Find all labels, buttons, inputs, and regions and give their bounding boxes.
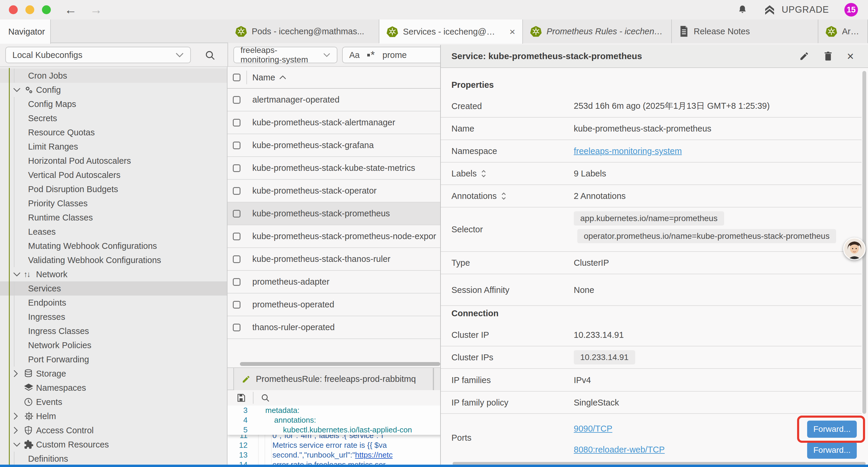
delete-icon[interactable] (824, 51, 833, 61)
chevron-right-icon[interactable] (13, 427, 18, 434)
editor-tab[interactable]: PrometheusRule: freeleaps-prod-rabbitmq (234, 368, 433, 390)
match-case-icon[interactable]: Aa (349, 50, 360, 60)
sidebar-item-network-policies[interactable]: Network Policies (0, 338, 227, 352)
sidebar-item-horizontal-pod-autoscalers[interactable]: Horizontal Pod Autoscalers (0, 154, 227, 168)
forward-button[interactable]: Forward... (807, 442, 857, 459)
namespace-link[interactable]: freeleaps-monitoring-system (574, 146, 682, 156)
sidebar-item-storage[interactable]: Storage (0, 367, 227, 381)
search-input[interactable]: Aa * prome (342, 47, 448, 63)
sort-ascending-icon[interactable] (279, 75, 286, 80)
property-label: IP families (452, 375, 491, 385)
upgrade-button[interactable]: UPGRADE (763, 4, 829, 16)
close-window-button[interactable] (9, 5, 18, 14)
chevron-down-icon[interactable] (13, 442, 21, 447)
sort-icon[interactable] (481, 169, 487, 178)
sidebar-item-ingresses[interactable]: Ingresses (0, 310, 227, 324)
sidebar-item-vertical-pod-autoscalers[interactable]: Vertical Pod Autoscalers (0, 168, 227, 182)
sidebar-item-limit-ranges[interactable]: Limit Ranges (0, 140, 227, 154)
sidebar-item-pod-disruption-budgets[interactable]: Pod Disruption Budgets (0, 182, 227, 196)
maximize-window-button[interactable] (42, 5, 51, 14)
select-all-checkbox[interactable] (233, 74, 241, 81)
forward-arrow-icon[interactable]: → (90, 4, 102, 16)
sidebar-item-definitions[interactable]: Definitions (0, 451, 227, 466)
sidebar-item-priority-classes[interactable]: Priority Classes (0, 196, 227, 210)
kubernetes-icon (530, 25, 542, 37)
sidebar-item-config[interactable]: Config (0, 83, 227, 97)
row-checkbox[interactable] (233, 96, 241, 104)
tab-release-notes[interactable]: Release Notes (672, 20, 818, 43)
chevron-right-icon[interactable] (13, 370, 18, 377)
back-arrow-icon[interactable]: ← (64, 4, 77, 16)
upgrade-chevrons-icon (763, 4, 776, 16)
service-name: alertmanager-operated (252, 95, 339, 105)
kubeconfig-selector[interactable]: Local Kubeconfigs (5, 47, 191, 63)
tab-pods-icecheng-mathmas[interactable]: Pods - icecheng@mathmas... (228, 20, 379, 43)
clock-icon (24, 397, 33, 407)
namespace-filter-selector[interactable]: freeleaps-monitoring-system (234, 47, 337, 63)
avatar[interactable] (843, 238, 866, 260)
row-checkbox[interactable] (233, 324, 241, 331)
gears-icon (24, 85, 34, 95)
sidebar-item-secrets[interactable]: Secrets (0, 111, 227, 125)
regex-icon[interactable]: * (367, 49, 375, 61)
sidebar-item-mutating-webhook-configurations[interactable]: Mutating Webhook Configurations (0, 239, 227, 253)
sidebar-item-custom-resources[interactable]: Custom Resources (0, 437, 227, 451)
bell-icon[interactable] (737, 4, 747, 15)
sidebar-item-validating-webhook-configurations[interactable]: Validating Webhook Configurations (0, 253, 227, 267)
sidebar-item-network[interactable]: ↑↓Network (0, 267, 227, 282)
line-text: Metrics service error rate is {{ $va (272, 441, 387, 450)
sidebar-item-namespaces[interactable]: Namespaces (0, 381, 227, 395)
sidebar-item-config-maps[interactable]: Config Maps (0, 97, 227, 111)
chevron-down-icon[interactable] (13, 87, 21, 92)
tab-navigator[interactable]: Navigator (0, 20, 51, 44)
row-checkbox[interactable] (233, 278, 241, 286)
editor-search-icon[interactable] (260, 393, 270, 403)
close-tab-icon[interactable]: × (505, 26, 515, 37)
sidebar-item-label: Ingresses (28, 312, 65, 322)
horizontal-scrollbar[interactable] (240, 362, 440, 366)
sidebar-item-events[interactable]: Events (0, 395, 227, 409)
port-link[interactable]: 9090/TCP (574, 424, 613, 434)
row-checkbox[interactable] (233, 301, 241, 309)
port-link[interactable]: 8080:reloader-web/TCP (574, 445, 665, 455)
row-checkbox[interactable] (233, 164, 241, 172)
upgrade-label: UPGRADE (782, 4, 829, 15)
chevron-down-icon[interactable] (13, 272, 21, 277)
line-text: kubectl.kubernetes.io/last-applied-con (283, 425, 412, 435)
sidebar-item-label: Vertical Pod Autoscalers (28, 170, 121, 180)
sidebar-item-cron-jobs[interactable]: Cron Jobs (0, 68, 227, 83)
sidebar-item-runtime-classes[interactable]: Runtime Classes (0, 210, 227, 225)
tab-services-icecheng-math[interactable]: Services - icecheng@math...× (379, 20, 523, 44)
property-value: ClusterIP (574, 258, 609, 268)
sidebar-item-leases[interactable]: Leases (0, 225, 227, 239)
row-checkbox[interactable] (233, 255, 241, 263)
sidebar-item-helm[interactable]: Helm (0, 409, 227, 423)
sidebar-item-resource-quotas[interactable]: Resource Quotas (0, 125, 227, 140)
close-icon[interactable]: × (847, 50, 854, 62)
save-icon[interactable] (236, 393, 246, 403)
row-checkbox[interactable] (233, 187, 241, 195)
sidebar-item-label: Storage (36, 369, 66, 379)
tab-argo-se[interactable]: Argo Se (818, 20, 868, 43)
row-checkbox[interactable] (233, 119, 241, 126)
minimize-window-button[interactable] (25, 5, 34, 14)
sidebar-item-endpoints[interactable]: Endpoints (0, 296, 227, 310)
edit-icon[interactable] (799, 51, 809, 61)
row-checkbox[interactable] (233, 142, 241, 149)
row-checkbox[interactable] (233, 233, 241, 240)
tab-prometheus-rules-icecheng[interactable]: Prometheus Rules - icecheng... (523, 20, 672, 43)
sidebar-item-port-forwarding[interactable]: Port Forwarding (0, 352, 227, 367)
sidebar-item-label: Helm (36, 411, 56, 421)
search-icon[interactable] (205, 50, 216, 61)
sidebar-item-access-control[interactable]: Access Control (0, 423, 227, 437)
sidebar-item-services[interactable]: Services (0, 282, 227, 296)
service-name: kube-prometheus-stack-grafana (252, 140, 374, 150)
kubernetes-icon (235, 25, 247, 37)
shield-icon (24, 425, 33, 435)
chevron-right-icon[interactable] (13, 412, 18, 420)
name-column-header[interactable]: Name (252, 73, 275, 83)
row-checkbox[interactable] (233, 210, 241, 217)
sort-icon[interactable] (501, 192, 507, 200)
sidebar-item-ingress-classes[interactable]: Ingress Classes (0, 324, 227, 338)
notification-badge[interactable]: 15 (844, 3, 858, 17)
